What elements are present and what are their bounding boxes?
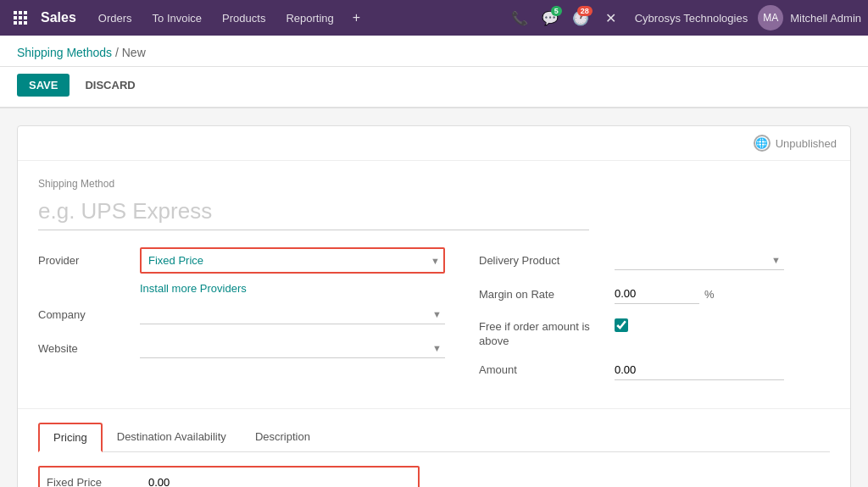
- svg-rect-1: [19, 11, 22, 14]
- nav-orders[interactable]: Orders: [90, 0, 141, 36]
- margin-rate-input[interactable]: [615, 284, 699, 304]
- svg-rect-6: [14, 21, 17, 25]
- svg-rect-4: [19, 16, 22, 19]
- svg-rect-7: [19, 21, 22, 25]
- avatar: MA: [758, 5, 783, 30]
- app-name: Sales: [41, 10, 76, 25]
- delivery-product-select[interactable]: [615, 250, 784, 269]
- fixed-price-input[interactable]: [148, 473, 411, 487]
- svg-rect-5: [24, 16, 27, 19]
- company-select-wrapper: ▼: [140, 304, 445, 324]
- discard-button[interactable]: DISCARD: [76, 74, 143, 97]
- admin-name[interactable]: Mitchell Admin: [790, 12, 861, 25]
- company-name: Cybrosys Technologies: [635, 12, 748, 25]
- form-columns: Provider Fixed Price ▼ Install more Prov…: [38, 247, 830, 391]
- provider-select[interactable]: Fixed Price: [145, 251, 440, 270]
- top-navigation: Sales Orders To Invoice Products Reporti…: [0, 0, 868, 36]
- free-order-label: Free if order amount is above: [479, 318, 615, 349]
- breadcrumb-separator: /: [115, 46, 122, 59]
- action-bar: SAVE DISCARD: [0, 67, 868, 108]
- form-left-column: Provider Fixed Price ▼ Install more Prov…: [38, 247, 445, 391]
- save-button[interactable]: SAVE: [17, 74, 70, 97]
- main-content: 🌐 Unpublished Shipping Method Provider F…: [0, 108, 868, 487]
- chat-icon[interactable]: 💬 5: [537, 4, 564, 31]
- fixed-price-row: Fixed Price: [38, 466, 420, 487]
- form-body: Shipping Method Provider Fixed Price ▼: [18, 161, 850, 408]
- company-label: Company: [38, 308, 140, 321]
- website-label: Website: [38, 342, 140, 355]
- provider-select-wrapper: Fixed Price ▼: [140, 247, 445, 274]
- shipping-name-input[interactable]: [38, 193, 589, 230]
- website-select[interactable]: [140, 338, 445, 357]
- amount-row: Amount: [479, 357, 830, 383]
- section-title: Shipping Method: [38, 178, 830, 190]
- nav-to-invoice[interactable]: To Invoice: [144, 0, 211, 36]
- website-select-wrapper: ▼: [140, 338, 445, 358]
- company-select[interactable]: [140, 304, 445, 324]
- apps-grid-icon[interactable]: [7, 4, 34, 31]
- svg-rect-2: [24, 11, 27, 14]
- notifications-icon[interactable]: 🕐 28: [567, 4, 594, 31]
- nav-reporting[interactable]: Reporting: [277, 0, 342, 36]
- phone-icon[interactable]: 📞: [506, 4, 533, 31]
- margin-rate-label: Margin on Rate: [479, 288, 615, 301]
- fixed-price-label: Fixed Price: [47, 476, 148, 487]
- svg-rect-0: [14, 11, 17, 14]
- free-order-row: Free if order amount is above: [479, 315, 830, 349]
- status-label: Unpublished: [776, 137, 837, 150]
- tab-pricing[interactable]: Pricing: [38, 423, 103, 452]
- margin-unit: %: [704, 288, 715, 301]
- tab-destination[interactable]: Destination Availability: [103, 423, 241, 452]
- install-providers-link[interactable]: Install more Providers: [38, 282, 445, 295]
- notif-badge: 28: [577, 6, 593, 16]
- form-right-column: Delivery Product ▼ Margin on Rate %: [479, 247, 830, 391]
- svg-rect-3: [14, 16, 17, 19]
- breadcrumb-bar: Shipping Methods / New: [0, 36, 868, 67]
- nav-products[interactable]: Products: [214, 0, 274, 36]
- status-bar: 🌐 Unpublished: [18, 126, 850, 161]
- delivery-product-label: Delivery Product: [479, 254, 615, 267]
- form-card: 🌐 Unpublished Shipping Method Provider F…: [17, 125, 851, 487]
- delivery-product-row: Delivery Product ▼: [479, 247, 830, 273]
- chat-badge: 5: [551, 6, 562, 16]
- breadcrumb-current: New: [122, 46, 146, 59]
- amount-input[interactable]: [615, 360, 784, 380]
- svg-rect-8: [24, 21, 27, 25]
- margin-rate-row: Margin on Rate %: [479, 281, 830, 307]
- provider-label: Provider: [38, 254, 140, 267]
- tab-content-pricing: Fixed Price: [38, 452, 830, 487]
- tab-description[interactable]: Description: [241, 423, 325, 452]
- website-field-row: Website ▼: [38, 335, 445, 361]
- free-order-checkbox[interactable]: [615, 318, 628, 332]
- provider-field-row: Provider Fixed Price ▼: [38, 247, 445, 274]
- company-field-row: Company ▼: [38, 302, 445, 327]
- amount-label: Amount: [479, 363, 615, 376]
- tabs-bar: Pricing Destination Availability Descrip…: [38, 423, 830, 452]
- delivery-product-select-wrapper: ▼: [615, 250, 784, 270]
- breadcrumb-parent[interactable]: Shipping Methods: [17, 46, 112, 59]
- settings-icon[interactable]: ✕: [598, 4, 625, 31]
- add-menu-button[interactable]: +: [346, 0, 367, 36]
- unpublished-button[interactable]: 🌐 Unpublished: [754, 135, 837, 152]
- globe-icon: 🌐: [754, 135, 771, 152]
- tabs-section: Pricing Destination Availability Descrip…: [18, 408, 850, 487]
